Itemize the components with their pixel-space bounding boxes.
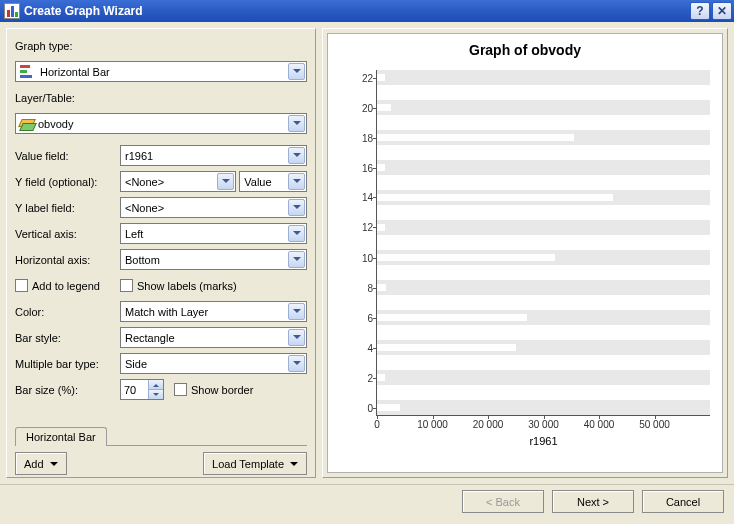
series-tabstrip: Horizontal Bar bbox=[15, 424, 307, 446]
chart-bar bbox=[377, 134, 574, 142]
chart-bar bbox=[377, 194, 613, 202]
chart-area: Graph of obvody r1961 024681012141618202… bbox=[327, 33, 723, 473]
chart-bar bbox=[377, 119, 385, 127]
chart-bar bbox=[377, 284, 386, 292]
chart-bar bbox=[377, 254, 555, 262]
chart-bar bbox=[377, 74, 385, 82]
bar-style-combo[interactable]: Rectangle bbox=[120, 327, 307, 348]
add-to-legend-label: Add to legend bbox=[32, 280, 100, 292]
chevron-down-icon[interactable] bbox=[288, 115, 305, 132]
vertical-axis-label: Vertical axis: bbox=[15, 228, 120, 240]
chevron-down-icon[interactable] bbox=[288, 63, 305, 80]
chevron-down-icon[interactable] bbox=[288, 251, 305, 268]
show-border-label: Show border bbox=[191, 384, 253, 396]
horizontal-axis-value: Bottom bbox=[125, 254, 160, 266]
graph-type-label: Graph type: bbox=[15, 40, 72, 52]
help-button[interactable]: ? bbox=[690, 2, 710, 20]
chart-bar bbox=[377, 329, 396, 337]
add-to-legend-checkbox[interactable] bbox=[15, 279, 28, 292]
chart-bar bbox=[377, 209, 396, 217]
chart-title: Graph of obvody bbox=[328, 34, 722, 60]
settings-panel: Graph type: Horizontal Bar Layer/Table: … bbox=[6, 28, 316, 478]
window-title: Create Graph Wizard bbox=[24, 4, 143, 18]
chevron-down-icon bbox=[290, 462, 298, 470]
show-labels-checkbox[interactable] bbox=[120, 279, 133, 292]
wizard-footer: < Back Next > Cancel bbox=[0, 484, 734, 518]
back-button: < Back bbox=[462, 490, 544, 513]
layer-icon bbox=[20, 117, 34, 131]
y-label-field-combo[interactable]: <None> bbox=[120, 197, 307, 218]
multiple-bar-label: Multiple bar type: bbox=[15, 358, 120, 370]
y-field-value: <None> bbox=[125, 176, 164, 188]
chart-bar bbox=[377, 149, 427, 157]
chart-bar bbox=[377, 89, 396, 97]
multiple-bar-combo[interactable]: Side bbox=[120, 353, 307, 374]
spin-down-icon[interactable] bbox=[148, 390, 163, 399]
y-label-field-label: Y label field: bbox=[15, 202, 120, 214]
app-icon bbox=[4, 3, 20, 19]
color-label: Color: bbox=[15, 306, 120, 318]
chart-bar bbox=[377, 374, 385, 382]
graph-type-combo[interactable]: Horizontal Bar bbox=[15, 61, 307, 82]
chevron-down-icon[interactable] bbox=[288, 173, 305, 190]
chevron-down-icon[interactable] bbox=[217, 173, 234, 190]
chart-bar bbox=[377, 359, 490, 367]
chart-bar bbox=[377, 179, 384, 187]
close-button[interactable]: ✕ bbox=[712, 2, 732, 20]
y-field-extra-combo[interactable]: Value bbox=[239, 171, 307, 192]
chart-bar bbox=[377, 299, 704, 307]
chart-bar bbox=[377, 344, 516, 352]
tab-horizontal-bar[interactable]: Horizontal Bar bbox=[15, 427, 107, 446]
chart-panel: Graph of obvody r1961 024681012141618202… bbox=[322, 28, 728, 478]
add-button[interactable]: Add bbox=[15, 452, 67, 475]
chart-xlabel: r1961 bbox=[529, 435, 557, 447]
bar-style-label: Bar style: bbox=[15, 332, 120, 344]
chart-bar bbox=[377, 224, 385, 232]
vertical-axis-value: Left bbox=[125, 228, 143, 240]
layer-table-combo[interactable]: obvody bbox=[15, 113, 307, 134]
chevron-down-icon bbox=[50, 462, 58, 470]
layer-table-value: obvody bbox=[38, 118, 73, 130]
chevron-down-icon[interactable] bbox=[288, 303, 305, 320]
horizontal-axis-combo[interactable]: Bottom bbox=[120, 249, 307, 270]
value-field-label: Value field: bbox=[15, 150, 120, 162]
graph-type-value: Horizontal Bar bbox=[40, 66, 110, 78]
vertical-axis-combo[interactable]: Left bbox=[120, 223, 307, 244]
next-button[interactable]: Next > bbox=[552, 490, 634, 513]
multiple-bar-value: Side bbox=[125, 358, 147, 370]
cancel-button[interactable]: Cancel bbox=[642, 490, 724, 513]
chart-bar bbox=[377, 104, 391, 112]
chevron-down-icon[interactable] bbox=[288, 355, 305, 372]
y-label-field-value: <None> bbox=[125, 202, 164, 214]
color-combo[interactable]: Match with Layer bbox=[120, 301, 307, 322]
horizontal-bar-icon bbox=[20, 65, 36, 79]
chevron-down-icon[interactable] bbox=[288, 199, 305, 216]
y-field-extra-value: Value bbox=[244, 176, 271, 188]
chart-bar bbox=[377, 389, 393, 397]
y-field-label: Y field (optional): bbox=[15, 176, 120, 188]
bar-size-value: 70 bbox=[121, 380, 148, 399]
chart-bar bbox=[377, 404, 400, 412]
bar-size-label: Bar size (%): bbox=[15, 384, 120, 396]
bar-style-value: Rectangle bbox=[125, 332, 175, 344]
chevron-down-icon[interactable] bbox=[288, 329, 305, 346]
bar-size-spinner[interactable]: 70 bbox=[120, 379, 164, 400]
chart-bar bbox=[377, 269, 385, 277]
chevron-down-icon[interactable] bbox=[288, 225, 305, 242]
show-labels-label: Show labels (marks) bbox=[137, 280, 237, 292]
chart-bar bbox=[377, 239, 395, 247]
horizontal-axis-label: Horizontal axis: bbox=[15, 254, 120, 266]
spin-up-icon[interactable] bbox=[148, 380, 163, 390]
load-template-button[interactable]: Load Template bbox=[203, 452, 307, 475]
color-value: Match with Layer bbox=[125, 306, 208, 318]
show-border-checkbox[interactable] bbox=[174, 383, 187, 396]
chart-plot: r1961 0246810121416182022010 00020 00030… bbox=[376, 70, 710, 416]
title-bar: Create Graph Wizard ? ✕ bbox=[0, 0, 734, 22]
chart-bar bbox=[377, 164, 385, 172]
value-field-value: r1961 bbox=[125, 150, 153, 162]
value-field-combo[interactable]: r1961 bbox=[120, 145, 307, 166]
chart-bar bbox=[377, 314, 527, 322]
y-field-combo[interactable]: <None> bbox=[120, 171, 236, 192]
layer-table-label: Layer/Table: bbox=[15, 92, 75, 104]
chevron-down-icon[interactable] bbox=[288, 147, 305, 164]
